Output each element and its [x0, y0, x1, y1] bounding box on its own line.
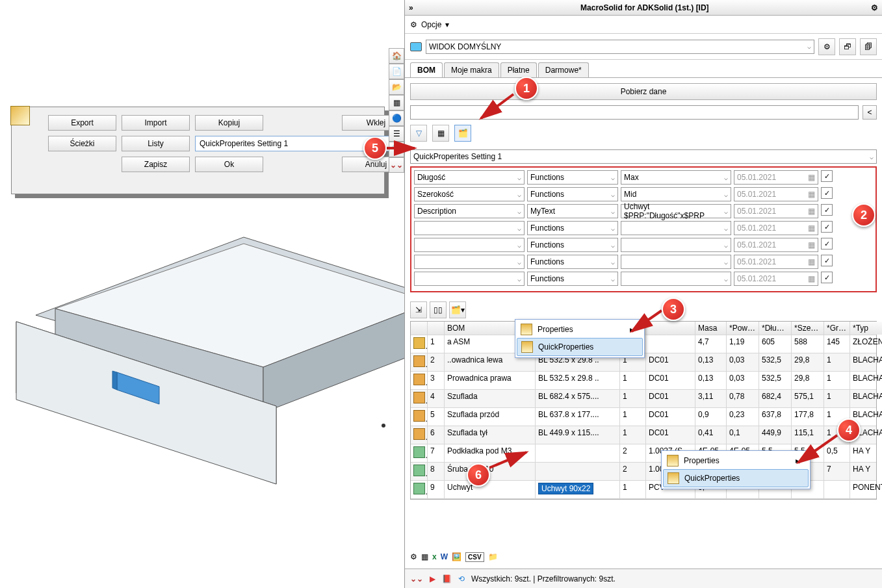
- qp-prop-combo[interactable]: Description: [414, 204, 525, 218]
- zapisz-button[interactable]: Zapisz: [122, 157, 190, 172]
- chevrons-down-icon[interactable]: ⌄⌄: [389, 157, 404, 173]
- column-header[interactable]: [428, 322, 445, 335]
- row-sz: 177,8: [792, 408, 824, 426]
- qp-setting-name[interactable]: QuickProperites Setting 1: [410, 149, 877, 164]
- table-props-icon[interactable]: ▦: [432, 125, 449, 142]
- home-icon[interactable]: 🏠: [389, 48, 404, 64]
- folder2-icon[interactable]: 📁: [488, 552, 498, 561]
- sheet-icon[interactable]: 📄: [389, 64, 404, 79]
- qp-fn-combo[interactable]: Functions: [527, 255, 618, 269]
- qp-prop-combo[interactable]: Szerokość: [414, 187, 525, 201]
- ok-button[interactable]: Ok: [195, 157, 263, 172]
- search-back-button[interactable]: <: [863, 105, 877, 120]
- sciezki-button[interactable]: Ścieżki: [48, 136, 116, 151]
- qp-prop-combo[interactable]: [414, 272, 525, 286]
- export-button[interactable]: Export: [48, 115, 116, 131]
- search-input[interactable]: [410, 105, 859, 120]
- quickprops-tab-icon[interactable]: 🗂️: [454, 125, 471, 142]
- chevrons-icon[interactable]: ⌄⌄: [410, 574, 423, 583]
- qp-fn-combo[interactable]: Functions: [527, 170, 618, 185]
- qp-val-combo[interactable]: Mid: [621, 187, 731, 201]
- qp-row: Functions05.01.2021▦✓: [414, 238, 873, 252]
- qp-fn-combo[interactable]: Functions: [527, 238, 618, 252]
- column-header[interactable]: Masa: [695, 322, 727, 335]
- qp-enable-check[interactable]: ✓: [821, 255, 833, 266]
- column-header[interactable]: *Gr…: [824, 322, 850, 335]
- menu-properties[interactable]: Properties ▸: [517, 321, 643, 338]
- kopiuj-button[interactable]: Kopiuj: [195, 115, 263, 131]
- column-header[interactable]: *Typ: [850, 322, 882, 335]
- gear-icon[interactable]: ⚙: [410, 552, 417, 561]
- qp-prop-combo[interactable]: [414, 255, 525, 269]
- windows-icon[interactable]: 🗗: [839, 38, 856, 55]
- chevron-down-icon[interactable]: ▾: [445, 20, 449, 29]
- teamviewer-icon[interactable]: ⟲: [458, 574, 465, 583]
- row-menu-quick-properties[interactable]: QuickProperties: [663, 469, 809, 487]
- grid-icon[interactable]: ▦: [389, 95, 404, 110]
- table-row[interactable]: 6Szuflada tyłBL 449.9 x 115....1DC010,41…: [411, 426, 876, 444]
- color-icon[interactable]: 🔵: [389, 110, 404, 126]
- menu-quick-properties[interactable]: QuickProperties: [517, 338, 643, 356]
- quickprops-icon[interactable]: 🗂️▾: [449, 301, 466, 318]
- image-icon[interactable]: 🖼️: [452, 552, 461, 561]
- qp-val-combo[interactable]: Max: [621, 170, 731, 185]
- qp-val-combo[interactable]: [621, 221, 731, 235]
- collapse-icon[interactable]: »: [409, 3, 413, 12]
- qp-enable-check[interactable]: ✓: [821, 204, 833, 216]
- column-header[interactable]: *Pow…: [727, 322, 759, 335]
- qp-enable-check[interactable]: ✓: [821, 238, 833, 249]
- column-header[interactable]: [646, 322, 695, 335]
- book-icon[interactable]: 📕: [442, 574, 452, 583]
- qp-val-combo[interactable]: Uchwyt $PRP:"Długość"x$PRP: [621, 204, 731, 218]
- youtube-icon[interactable]: ▶: [430, 574, 435, 583]
- gear-icon[interactable]: ⚙: [871, 3, 878, 12]
- qp-fn-combo[interactable]: Functions: [527, 187, 618, 201]
- qp-val-combo[interactable]: [621, 238, 731, 252]
- opcje-label[interactable]: Opcje: [421, 20, 441, 29]
- row-menu-properties[interactable]: Properties ▸: [663, 452, 809, 469]
- table-row[interactable]: 4SzufladaBL 682.4 x 575....1DC013,110,78…: [411, 390, 876, 408]
- table-row[interactable]: 5Szuflada przódBL 637.8 x 177....1DC010,…: [411, 408, 876, 426]
- tab-bom[interactable]: BOM: [410, 62, 443, 77]
- qp-enable-check[interactable]: ✓: [821, 221, 833, 233]
- pobierz-dane-button[interactable]: Pobierz dane: [410, 83, 877, 100]
- excel-icon[interactable]: x: [432, 552, 437, 561]
- csv-icon[interactable]: CSV: [465, 552, 484, 562]
- qp-enable-check[interactable]: ✓: [821, 272, 833, 283]
- columns-icon[interactable]: ▯▯: [430, 301, 447, 318]
- gear-small-icon[interactable]: ⚙: [410, 20, 417, 29]
- tab-darmowe[interactable]: Darmowe*: [538, 62, 589, 77]
- qp-val-combo[interactable]: [621, 255, 731, 269]
- qp-prop-combo[interactable]: Długość: [414, 170, 525, 185]
- column-header[interactable]: *Dług…: [759, 322, 792, 335]
- tab-platne[interactable]: Płatne: [500, 62, 537, 77]
- column-header[interactable]: *Szer…: [792, 322, 824, 335]
- word-icon[interactable]: W: [441, 552, 448, 561]
- column-header[interactable]: [411, 322, 428, 335]
- row-typ: BLACHA GIĘTA: [850, 390, 882, 407]
- clip-icon[interactable]: 📎: [389, 142, 404, 157]
- qp-prop-combo[interactable]: [414, 221, 525, 235]
- tree-icon[interactable]: ⇲: [410, 301, 427, 318]
- filter-icon[interactable]: ▽: [410, 125, 427, 142]
- settings-gear-icon[interactable]: ⚙: [818, 38, 835, 55]
- table-row[interactable]: 3Prowadnica prawaBL 532.5 x 29.8 ..1DC01…: [411, 372, 876, 390]
- qp-fn-combo[interactable]: MyText: [527, 204, 618, 218]
- listy-button[interactable]: Listy: [122, 136, 190, 151]
- qp-row: DescriptionMyTextUchwyt $PRP:"Długość"x$…: [414, 204, 873, 218]
- view-select[interactable]: WIDOK DOMYŚLNY: [426, 40, 814, 54]
- tab-moje-makra[interactable]: Moje makra: [444, 62, 499, 77]
- row-number: 4: [428, 390, 445, 407]
- qp-prop-combo[interactable]: [414, 238, 525, 252]
- folder-icon[interactable]: 📂: [389, 79, 404, 95]
- editing-cell[interactable]: Uchwyt 90x22: [538, 483, 593, 494]
- table-icon[interactable]: ▦: [421, 552, 428, 561]
- qp-fn-combo[interactable]: Functions: [527, 221, 618, 235]
- qp-fn-combo[interactable]: Functions: [527, 272, 618, 286]
- qp-enable-check[interactable]: ✓: [821, 187, 833, 199]
- qp-val-combo[interactable]: [621, 272, 731, 286]
- qp-enable-check[interactable]: ✓: [821, 170, 833, 182]
- list-icon[interactable]: ☰: [389, 126, 404, 142]
- copy-icon[interactable]: 🗐: [860, 38, 877, 55]
- import-button[interactable]: Import: [122, 115, 190, 131]
